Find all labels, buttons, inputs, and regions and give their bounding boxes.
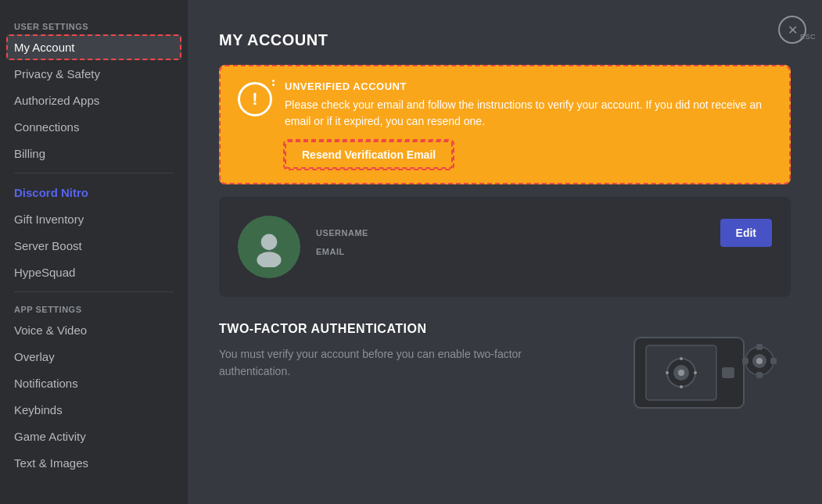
sidebar-item-label: Gift Inventory — [14, 213, 84, 226]
svg-rect-13 — [742, 358, 748, 364]
email-field-block: EMAIL — [316, 247, 705, 256]
svg-point-16 — [680, 385, 683, 388]
email-label: EMAIL — [316, 247, 705, 256]
avatar — [238, 216, 300, 278]
svg-rect-14 — [770, 358, 777, 364]
svg-point-17 — [666, 371, 669, 374]
discord-avatar-icon — [249, 227, 289, 267]
sidebar-item-label: Text & Images — [14, 456, 88, 470]
username-field: USERNAME — [316, 228, 705, 238]
svg-rect-11 — [756, 344, 763, 350]
sidebar-item-text-images[interactable]: Text & Images — [6, 450, 181, 476]
sidebar-item-server-boost[interactable]: Server Boost — [6, 233, 181, 259]
svg-point-10 — [756, 358, 763, 364]
svg-point-15 — [680, 357, 683, 360]
tfa-title: TWO-FACTOR AUTHENTICATION — [219, 322, 572, 336]
sidebar-item-label: Overlay — [14, 350, 55, 363]
resend-verification-button[interactable]: Resend Verification Email — [285, 141, 453, 169]
sidebar-item-gift-inventory[interactable]: Gift Inventory — [6, 206, 181, 232]
app-settings-label: APP SETTINGS — [6, 298, 181, 317]
warning-icon-dots — [272, 80, 275, 86]
sidebar-item-game-activity[interactable]: Game Activity — [6, 424, 181, 449]
account-info: USERNAME EMAIL — [316, 228, 705, 266]
avatar-container — [238, 216, 300, 278]
svg-point-1 — [257, 252, 281, 267]
sidebar-item-label: Billing — [14, 147, 45, 160]
sidebar-item-connections[interactable]: Connections — [6, 114, 181, 140]
sidebar-item-label: Keybinds — [14, 403, 63, 416]
warning-dot-1 — [272, 80, 275, 82]
sidebar-item-label: My Account — [14, 41, 75, 54]
warning-icon — [238, 82, 272, 116]
warning-text-block: UNVERIFIED ACCOUNT Please check your ema… — [285, 80, 772, 169]
sidebar-divider-1 — [14, 173, 174, 173]
tfa-text-block: TWO-FACTOR AUTHENTICATION You must verif… — [219, 322, 572, 381]
sidebar-item-billing[interactable]: Billing — [6, 141, 181, 166]
svg-point-18 — [694, 371, 697, 374]
sidebar-item-label: Discord Nitro — [14, 186, 88, 199]
sidebar-item-privacy-safety[interactable]: Privacy & Safety — [6, 61, 181, 87]
tfa-illustration-svg — [603, 322, 791, 416]
sidebar-item-label: Notifications — [14, 377, 78, 390]
sidebar-item-hypesquad[interactable]: HypeSquad — [6, 259, 181, 285]
svg-point-0 — [261, 234, 278, 250]
unverified-banner: UNVERIFIED ACCOUNT Please check your ema… — [219, 65, 791, 184]
sidebar-item-my-account[interactable]: My Account — [6, 34, 181, 60]
sidebar-item-label: Voice & Video — [14, 323, 87, 337]
close-label: ESC — [800, 33, 816, 41]
username-label: USERNAME — [316, 228, 705, 238]
sidebar-divider-2 — [14, 291, 174, 292]
svg-point-6 — [678, 370, 684, 376]
sidebar-item-label: HypeSquad — [14, 266, 75, 279]
account-card: USERNAME EMAIL Edit — [219, 197, 791, 297]
warning-title: UNVERIFIED ACCOUNT — [285, 80, 772, 92]
svg-rect-12 — [756, 372, 763, 378]
tfa-description: You must verify your account before you … — [219, 345, 572, 381]
sidebar-item-overlay[interactable]: Overlay — [6, 344, 181, 370]
two-factor-section: TWO-FACTOR AUTHENTICATION You must verif… — [219, 322, 791, 416]
sidebar-item-notifications[interactable]: Notifications — [6, 370, 181, 396]
warning-dot-2 — [272, 84, 275, 86]
sidebar: USER SETTINGS My Account Privacy & Safet… — [0, 0, 188, 504]
sidebar-item-discord-nitro[interactable]: Discord Nitro — [6, 180, 181, 206]
sidebar-item-label: Game Activity — [14, 430, 86, 443]
sidebar-item-label: Privacy & Safety — [14, 67, 100, 80]
warning-description: Please check your email and follow the i… — [285, 97, 772, 130]
edit-button[interactable]: Edit — [720, 219, 772, 247]
sidebar-item-label: Authorized Apps — [14, 94, 99, 107]
tfa-illustration — [603, 322, 791, 416]
user-settings-label: USER SETTINGS — [6, 16, 181, 34]
main-content: MY ACCOUNT UNVERIFIED ACCOUNT Please che… — [188, 0, 822, 504]
sidebar-item-label: Server Boost — [14, 239, 82, 252]
page-title: MY ACCOUNT — [219, 31, 791, 49]
sidebar-item-keybinds[interactable]: Keybinds — [6, 397, 181, 423]
svg-rect-7 — [722, 367, 734, 378]
sidebar-item-authorized-apps[interactable]: Authorized Apps — [6, 88, 181, 113]
sidebar-item-voice-video[interactable]: Voice & Video — [6, 317, 181, 343]
sidebar-item-label: Connections — [14, 120, 79, 134]
